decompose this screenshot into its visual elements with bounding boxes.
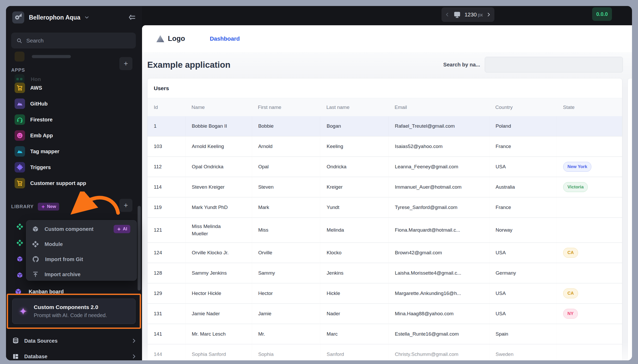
sidebar-item-customer-support-app[interactable]: Customer support app <box>15 177 86 189</box>
sidebar-search-input[interactable] <box>26 38 131 44</box>
annotation-highlight-box: ✦ Custom Components 2.0 Prompt with AI. … <box>7 294 141 329</box>
cell-name: Opal Ondricka <box>185 157 252 177</box>
sidebar-item-triggers[interactable]: Triggers <box>15 161 51 174</box>
chevron-left-icon[interactable] <box>445 12 450 17</box>
menu-item-import-from-git[interactable]: Import from Git <box>26 252 137 267</box>
app-logo-icon <box>156 35 164 42</box>
column-header-id[interactable]: Id <box>148 104 185 110</box>
column-header-name[interactable]: Name <box>185 104 252 110</box>
cell-name: Mark Yundt PhD <box>185 198 252 217</box>
sidebar-item-github[interactable]: GitHub <box>15 97 48 110</box>
cell-state <box>557 344 622 360</box>
cell-last-name: Sanford <box>320 344 388 360</box>
cell-id: 129 <box>148 283 185 303</box>
cell-last-name: Bogan <box>320 116 388 136</box>
table-row[interactable]: 141 Mr. Marc Lesch Mr. Marc Estella_Runt… <box>148 324 622 344</box>
cell-first-name: Sophia <box>252 344 320 360</box>
cell-country: Germany <box>489 263 557 283</box>
adjacent-widget-edge <box>628 78 632 360</box>
table-row[interactable]: 124 Orville Klocko Jr. Orville Klocko Br… <box>148 243 622 263</box>
cell-state: New York <box>557 157 622 177</box>
state-badge: CA <box>563 248 578 258</box>
table-row[interactable]: 121 Miss Melinda Mueller Miss Melinda Fi… <box>148 218 622 243</box>
workspace-logo-icon[interactable] <box>12 11 24 23</box>
mountains-icon <box>15 98 25 109</box>
column-header-state[interactable]: State <box>557 104 622 110</box>
add-library-item-button[interactable]: + <box>119 199 132 212</box>
sidebar-item-database[interactable]: Database <box>12 351 137 360</box>
sidebar-search[interactable] <box>11 33 136 48</box>
monitor-icon <box>453 11 461 18</box>
sidebar-item-tag-mapper[interactable]: Tag mapper <box>15 145 59 158</box>
cell-country: Australia <box>489 177 557 197</box>
cell-country: Spain <box>489 324 557 344</box>
table-row[interactable]: 1 Bobbie Bogan II Bobbie Bogan Rafael_Tr… <box>148 116 622 137</box>
cell-last-name: Melinda <box>320 218 388 242</box>
sidebar-scrollbar[interactable] <box>138 206 141 291</box>
column-header-country[interactable]: Country <box>489 104 557 110</box>
cell-email: Laisha.Morissette4@gmail.c... <box>388 263 489 283</box>
nav-link-dashboard[interactable]: Dashboard <box>210 35 240 42</box>
chevron-right-icon[interactable] <box>486 12 491 17</box>
cell-country: Poland <box>489 116 557 136</box>
table-row[interactable]: 103 Arnold Keeling Arnold Keeling Isaias… <box>148 137 622 157</box>
library-section-label: LIBRARY <box>11 204 34 209</box>
desktop: { "colors": { "page_bg": "#99a1b3", "acc… <box>0 0 638 364</box>
version-badge[interactable]: 0.0.0 <box>592 7 612 21</box>
menu-item-module[interactable]: Module <box>26 237 137 252</box>
sparkle-icon <box>117 227 121 231</box>
cell-email: Margarette.Ankunding16@h... <box>388 283 489 303</box>
cell-last-name: Keeling <box>320 137 388 156</box>
cell-first-name: Mark <box>252 198 320 217</box>
cell-name: Miss Melinda Mueller <box>185 218 252 242</box>
table-row[interactable]: 114 Steven Kreiger Steven Kreiger Immanu… <box>148 177 622 198</box>
table-row[interactable]: 129 Hector Hickle Hector Hickle Margaret… <box>148 283 622 304</box>
column-header-email[interactable]: Email <box>388 104 489 110</box>
cell-email: Immanuel_Auer@hotmail.com <box>388 177 489 197</box>
users-table-widget: Users Id Name First name Last name Email… <box>147 78 622 360</box>
cell-name: Sammy Jenkins <box>185 263 252 283</box>
cell-country: USA <box>489 304 557 324</box>
cell-first-name: Hector <box>252 283 320 303</box>
search-by-name-input[interactable] <box>485 57 623 72</box>
page-title: Example application <box>147 60 230 70</box>
custom-components-banner[interactable]: ✦ Custom Components 2.0 Prompt with AI. … <box>12 299 136 324</box>
table-row[interactable]: 144 Sophia Sanford Sophia Sanford Christ… <box>148 344 622 360</box>
table-icon <box>12 353 19 360</box>
collapse-sidebar-icon[interactable] <box>128 14 136 21</box>
chevron-down-icon[interactable] <box>84 15 90 20</box>
column-header-first[interactable]: First name <box>252 104 320 110</box>
menu-item-import-archive[interactable]: Import archive <box>26 267 137 282</box>
cell-state: CA <box>557 283 622 303</box>
search-icon <box>16 38 22 44</box>
cell-name: Arnold Keeling <box>185 137 252 156</box>
cell-id: 103 <box>148 137 185 156</box>
canvas-width-control: 1230 px <box>441 7 494 22</box>
cell-first-name: Miss <box>252 218 320 242</box>
cell-state <box>557 263 622 283</box>
cell-email: Tyrese_Sanford@gmail.com <box>388 198 489 217</box>
menu-item-custom-component[interactable]: Custom component AI <box>26 221 137 237</box>
cell-country: Sweden <box>489 344 557 360</box>
add-app-button[interactable]: + <box>119 57 132 70</box>
sidebar-item-aws[interactable]: AWS <box>15 82 42 94</box>
table-header-row: Id Name First name Last name Email Count… <box>148 98 622 116</box>
cell-first-name: Opal <box>252 157 320 177</box>
sidebar-item-firestore[interactable]: Firestore <box>15 113 53 126</box>
table-row[interactable]: 128 Sammy Jenkins Sammy Jenkins Laisha.M… <box>148 263 622 283</box>
workspace-name[interactable]: Bellerophon Aqua <box>29 14 80 21</box>
sidebar-item-data-sources[interactable]: Data Sources <box>12 335 137 347</box>
cell-state <box>557 218 622 242</box>
table-row[interactable]: 131 Jamie Nader Jamie Nader Mina.Haag88@… <box>148 304 622 324</box>
cell-state <box>557 198 622 217</box>
column-header-last[interactable]: Last name <box>320 104 388 110</box>
cell-id: 114 <box>148 177 185 197</box>
cell-country: USA <box>489 283 557 303</box>
page-body: Example application Search by na... User… <box>142 52 632 360</box>
cell-name: Jamie Nader <box>185 304 252 324</box>
apps-section-label: APPS <box>11 67 25 73</box>
table-row[interactable]: 119 Mark Yundt PhD Mark Yundt Tyrese_San… <box>148 198 622 218</box>
cell-last-name: Hickle <box>320 283 388 303</box>
sidebar-item-emb-app[interactable]: Emb App <box>15 129 53 142</box>
table-row[interactable]: 112 Opal Ondricka Opal Ondricka Leanna_F… <box>148 157 622 177</box>
